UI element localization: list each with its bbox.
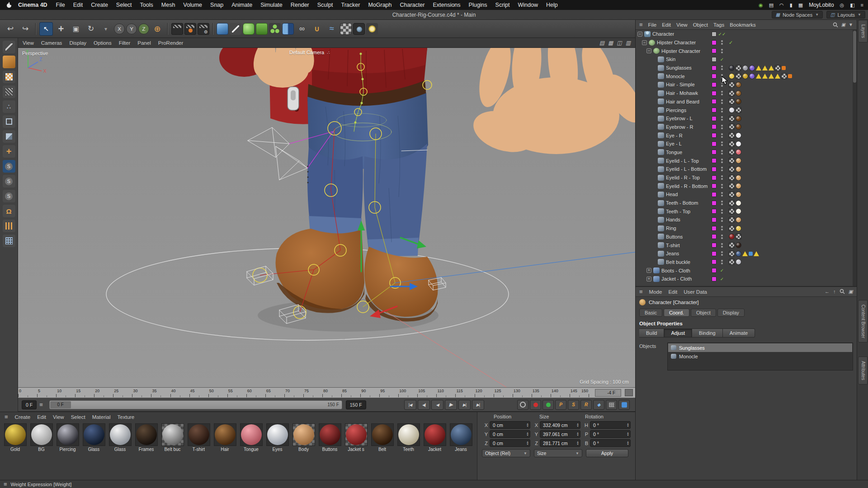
object-row[interactable]: Monocle ✓✓ bbox=[636, 72, 853, 80]
object-name[interactable]: Ring bbox=[666, 225, 676, 231]
viewport-solo-hierarchy-button[interactable] bbox=[3, 190, 15, 202]
layer-color-chip[interactable] bbox=[712, 175, 717, 180]
expander-icon[interactable] bbox=[651, 108, 656, 113]
menu-item[interactable]: File bbox=[52, 2, 69, 8]
layer-color-chip[interactable] bbox=[712, 40, 717, 45]
tag-icon[interactable] bbox=[729, 208, 735, 214]
tag-icon[interactable] bbox=[736, 90, 741, 96]
menu-item[interactable]: Sculpt bbox=[313, 2, 337, 8]
material-menu-item[interactable]: View bbox=[53, 414, 64, 420]
tag-icon[interactable]: ✓ bbox=[729, 40, 733, 46]
menu-item[interactable]: Render bbox=[287, 2, 313, 8]
object-name[interactable]: Eyebrow - L bbox=[666, 116, 693, 121]
menu-item[interactable]: Plugins bbox=[465, 2, 491, 8]
attribute-section-tab[interactable]: Coord. bbox=[664, 309, 689, 317]
object-name[interactable]: Jeans bbox=[666, 251, 679, 256]
object-manager-menu-item[interactable]: Edit bbox=[662, 22, 671, 28]
material-preview[interactable] bbox=[266, 423, 289, 446]
object-row[interactable]: Character ✓✓ bbox=[636, 30, 853, 38]
attribute-section-tab[interactable]: Basic bbox=[639, 309, 662, 317]
object-row[interactable]: Hair - Mohawk ✓✓ bbox=[636, 89, 853, 98]
spline-boole-button[interactable] bbox=[295, 22, 309, 36]
layer-color-chip[interactable] bbox=[712, 141, 717, 146]
material-swatch[interactable]: Eyes bbox=[265, 423, 290, 452]
visibility-toggles[interactable]: ✓✓ bbox=[718, 91, 726, 95]
visibility-toggles[interactable]: ✓✓ bbox=[718, 133, 726, 138]
keyframe-parameter-icon[interactable] bbox=[593, 400, 604, 410]
redo-button[interactable] bbox=[19, 22, 32, 36]
expander-icon[interactable] bbox=[651, 226, 656, 231]
expander-icon[interactable] bbox=[642, 40, 647, 45]
layer-color-chip[interactable] bbox=[712, 158, 717, 163]
material-preview[interactable] bbox=[371, 423, 394, 446]
stepper-icon[interactable] bbox=[627, 423, 629, 427]
tag-icon[interactable] bbox=[762, 66, 768, 70]
material-preview[interactable] bbox=[57, 423, 79, 446]
layer-color-chip[interactable] bbox=[712, 251, 717, 256]
expander-icon[interactable] bbox=[651, 217, 656, 222]
display-icon[interactable]: ▤ bbox=[769, 0, 774, 10]
viewport-menu-item[interactable]: Filter bbox=[119, 40, 131, 46]
object-row[interactable]: Eyelid - L - Top ✓✓ bbox=[636, 156, 853, 165]
layer-color-chip[interactable] bbox=[712, 48, 717, 53]
make-editable-button[interactable] bbox=[3, 41, 15, 53]
rotation-field[interactable]: 0 ° bbox=[590, 421, 631, 429]
layer-color-chip[interactable] bbox=[712, 226, 717, 231]
expander-icon[interactable] bbox=[646, 48, 651, 53]
keyboard-input-icon[interactable]: ▦ bbox=[798, 0, 803, 10]
object-name[interactable]: Eyelid - L - Top bbox=[666, 158, 699, 164]
tag-icon[interactable] bbox=[782, 66, 786, 70]
expander-icon[interactable] bbox=[651, 82, 656, 87]
visibility-toggles[interactable]: ✓✓ bbox=[718, 260, 726, 264]
object-name[interactable]: Sunglasses bbox=[666, 65, 692, 70]
visibility-toggles[interactable]: ✓✓ bbox=[718, 57, 726, 61]
object-row[interactable]: Boots - Cloth ✓✓ bbox=[636, 266, 853, 275]
tag-icon[interactable] bbox=[756, 66, 761, 70]
tag-icon[interactable] bbox=[736, 242, 741, 248]
layer-color-chip[interactable] bbox=[712, 192, 717, 197]
object-name[interactable]: Monocle bbox=[666, 74, 685, 79]
character-action-tab[interactable]: Animate bbox=[723, 328, 755, 338]
visibility-toggles[interactable]: ✓✓ bbox=[718, 226, 726, 230]
workplane-mode-button[interactable] bbox=[3, 85, 15, 98]
object-name[interactable]: Belt buckle bbox=[666, 259, 690, 265]
tag-icon[interactable] bbox=[736, 166, 741, 172]
layer-color-chip[interactable] bbox=[712, 259, 717, 264]
object-manager-menu-item[interactable]: View bbox=[676, 22, 688, 28]
add-cube-object-button[interactable] bbox=[217, 23, 228, 35]
tag-icon[interactable] bbox=[729, 234, 735, 239]
object-row[interactable]: Sunglasses ✓✓ bbox=[636, 64, 853, 72]
material-menu-item[interactable]: Edit bbox=[37, 414, 46, 420]
layouts-dropdown[interactable]: ◫ Layouts ▼ bbox=[826, 11, 865, 19]
visibility-toggles[interactable]: ✓✓ bbox=[718, 49, 726, 53]
tag-icon[interactable] bbox=[781, 73, 787, 79]
material-swatch[interactable]: Jeans bbox=[448, 423, 473, 452]
tag-icon[interactable] bbox=[729, 107, 735, 113]
tag-icon[interactable] bbox=[729, 116, 735, 122]
autokeying-icon[interactable] bbox=[542, 400, 554, 410]
spline-pen-button[interactable] bbox=[230, 23, 241, 35]
visibility-toggles[interactable]: ✓✓ bbox=[718, 268, 726, 272]
user-name[interactable]: MoyLobito bbox=[809, 2, 834, 8]
tag-icon[interactable] bbox=[736, 141, 741, 147]
visibility-toggles[interactable]: ✓✓ bbox=[718, 40, 726, 45]
binding-object-row[interactable]: Monocle bbox=[668, 352, 852, 361]
visibility-toggles[interactable]: ✓✓ bbox=[718, 243, 726, 248]
material-preview[interactable] bbox=[450, 423, 472, 446]
expander-icon[interactable] bbox=[646, 277, 651, 282]
stepper-icon[interactable] bbox=[576, 441, 579, 446]
stepper-icon[interactable] bbox=[627, 441, 629, 446]
layer-color-chip[interactable] bbox=[712, 183, 717, 188]
object-name[interactable]: Eye - R bbox=[666, 133, 683, 138]
layer-color-chip[interactable] bbox=[712, 57, 717, 62]
object-row[interactable]: Jacket - Cloth ✓✓ bbox=[636, 275, 853, 283]
attribute-section-tab[interactable]: Display bbox=[717, 309, 745, 317]
menu-item[interactable]: Edit bbox=[69, 2, 87, 8]
object-manager-scrollbar[interactable] bbox=[853, 30, 857, 286]
menu-item[interactable]: Script bbox=[491, 2, 514, 8]
workplane-snap-button[interactable] bbox=[3, 235, 15, 247]
menu-item[interactable]: Snap bbox=[206, 2, 227, 8]
battery-icon[interactable]: ▮ bbox=[790, 0, 793, 10]
visibility-toggles[interactable]: ✓✓ bbox=[718, 99, 726, 104]
keyframe-position-icon[interactable] bbox=[555, 400, 566, 410]
